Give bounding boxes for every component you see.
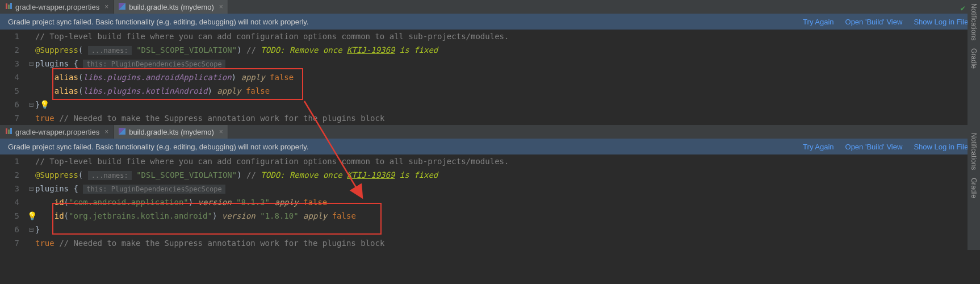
try-again-link[interactable]: Try Again	[803, 143, 834, 151]
kotlin-gradle-icon	[118, 127, 126, 137]
fold-gutter: ⊟⊟	[27, 30, 35, 125]
tab-build-gradle[interactable]: build.gradle.kts (mydemo) ×	[114, 0, 228, 14]
svg-rect-7	[10, 128, 12, 134]
svg-rect-0	[6, 3, 7, 9]
panel-bottom: gradle-wrapper.properties × build.gradle…	[0, 125, 980, 250]
fold-icon[interactable]: ⊟	[27, 223, 35, 236]
right-toolbar-bottom: Notifications Gradle	[968, 130, 980, 250]
receiver-hint: this: PluginDependenciesSpecScope	[83, 60, 225, 69]
code-comment: // Top-level build file where you can ad…	[35, 32, 509, 41]
svg-rect-2	[10, 3, 12, 9]
tab-build-gradle[interactable]: build.gradle.kts (mydemo) ×	[114, 125, 228, 139]
line-gutter: 123 4567	[0, 154, 27, 250]
tab-bar: gradle-wrapper.properties × build.gradle…	[0, 125, 980, 139]
editor-top[interactable]: 123 4567 ⊟⊟ // Top-level build file wher…	[0, 30, 980, 125]
annotation: @Suppress	[35, 170, 78, 179]
tab-label: build.gradle.kts (mydemo)	[129, 3, 214, 11]
close-icon[interactable]: ×	[219, 128, 223, 136]
right-toolbar-top: Notifications Gradle	[968, 0, 980, 130]
open-build-link[interactable]: Open 'Build' View	[845, 143, 903, 151]
show-log-link[interactable]: Show Log in Files	[914, 18, 972, 26]
fold-icon[interactable]: ⊟	[27, 57, 35, 70]
check-icon: ✔	[961, 1, 965, 15]
notifications-button[interactable]: Notifications	[970, 133, 978, 170]
gradle-file-icon	[5, 2, 12, 12]
sync-error-bar: Gradle project sync failed. Basic functi…	[0, 139, 980, 154]
notifications-button[interactable]: Notifications	[970, 3, 978, 40]
issue-link[interactable]: KTIJ-19369	[347, 170, 395, 179]
close-icon[interactable]: ×	[104, 3, 108, 11]
close-icon[interactable]: ×	[104, 128, 108, 136]
fold-icon[interactable]: ⊟	[27, 182, 35, 195]
kotlin-gradle-icon	[118, 2, 126, 12]
close-icon[interactable]: ×	[219, 3, 223, 11]
gradle-button[interactable]: Gradle	[970, 48, 978, 69]
sync-error-text: Gradle project sync failed. Basic functi…	[8, 143, 791, 151]
param-hint: ...names:	[88, 46, 132, 55]
tab-label: build.gradle.kts (mydemo)	[129, 128, 214, 136]
issue-link[interactable]: KTIJ-19369	[347, 45, 395, 55]
panel-top: gradle-wrapper.properties × build.gradle…	[0, 0, 980, 125]
tab-bar: gradle-wrapper.properties × build.gradle…	[0, 0, 980, 14]
annotation: @Suppress	[35, 45, 78, 55]
code-comment: // Top-level build file where you can ad…	[35, 157, 509, 166]
tab-label: gradle-wrapper.properties	[15, 128, 99, 136]
line-gutter: 123 4567	[0, 30, 27, 125]
tab-label: gradle-wrapper.properties	[15, 3, 99, 11]
try-again-link[interactable]: Try Again	[803, 18, 834, 26]
gradle-file-icon	[5, 127, 12, 137]
editor-bottom[interactable]: 123 4567 ⊟ 💡⊟ // Top-level build file wh…	[0, 154, 980, 250]
param-hint: ...names:	[88, 171, 132, 180]
svg-rect-6	[8, 130, 10, 134]
gradle-button[interactable]: Gradle	[970, 178, 978, 198]
sync-error-text: Gradle project sync failed. Basic functi…	[8, 18, 791, 26]
fold-icon[interactable]: ⊟	[27, 98, 35, 111]
sync-error-bar: Gradle project sync failed. Basic functi…	[0, 14, 980, 30]
fold-gutter: ⊟ 💡⊟	[27, 154, 35, 250]
svg-rect-1	[8, 5, 10, 9]
tab-gradle-wrapper[interactable]: gradle-wrapper.properties ×	[0, 0, 114, 14]
tab-gradle-wrapper[interactable]: gradle-wrapper.properties ×	[0, 125, 114, 139]
show-log-link[interactable]: Show Log in Files	[914, 143, 972, 151]
open-build-link[interactable]: Open 'Build' View	[845, 18, 903, 26]
svg-rect-5	[6, 128, 7, 134]
bulb-icon[interactable]: 💡	[40, 100, 49, 109]
receiver-hint: this: PluginDependenciesSpecScope	[83, 185, 225, 194]
